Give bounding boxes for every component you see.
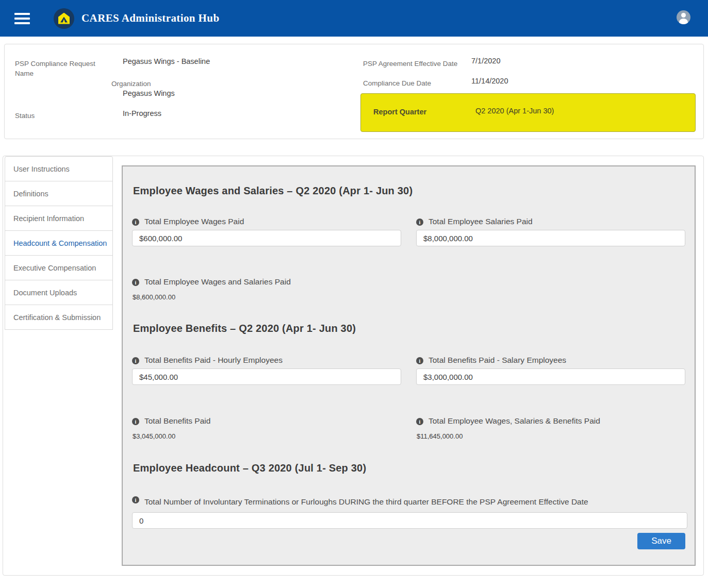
info-icon[interactable]: i (416, 219, 423, 226)
benefits-hourly-label-row: i Total Benefits Paid - Hourly Employees (132, 356, 401, 365)
report-quarter-highlight: Report Quarter Q2 2020 (Apr 1-Jun 30) (360, 93, 696, 132)
salaries-paid-label-row: i Total Employee Salaries Paid (416, 217, 685, 226)
benefits-total-label-row: i Total Benefits Paid (132, 416, 401, 426)
tab-headcount-compensation[interactable]: Headcount & Compensation (5, 230, 113, 256)
save-button[interactable]: Save (637, 533, 685, 549)
section-heading-wages-salaries: Employee Wages and Salaries – Q2 2020 (A… (133, 185, 685, 197)
info-icon[interactable]: i (132, 279, 139, 286)
status-value: In-Progress (123, 109, 161, 117)
wages-salaries-total-label-row: i Total Employee Wages and Salaries Paid (132, 277, 685, 287)
effective-date-label: PSP Agreement Effective Date (363, 59, 457, 69)
wages-paid-label-row: i Total Employee Wages Paid (132, 217, 401, 226)
info-icon[interactable]: i (416, 357, 423, 364)
section-heading-headcount: Employee Headcount – Q3 2020 (Jul 1- Sep… (133, 462, 685, 474)
app-logo-shield-chevron-icon (54, 8, 74, 29)
tab-executive-compensation[interactable]: Executive Compensation (5, 255, 113, 280)
report-quarter-value: Q2 2020 (Apr 1-Jun 30) (475, 107, 554, 115)
benefits-salary-input[interactable] (416, 368, 685, 385)
request-name-label: PSP Compliance Request Name (15, 59, 97, 78)
grand-total-label-row: i Total Employee Wages, Salaries & Benef… (416, 416, 685, 426)
app-header: CARES Administration Hub (0, 0, 708, 37)
headcount-compensation-form: Employee Wages and Salaries – Q2 2020 (A… (122, 165, 696, 566)
terminations-label-row: i Total Number of Involuntary Terminatio… (132, 495, 687, 509)
salaries-paid-label: Total Employee Salaries Paid (429, 217, 533, 226)
effective-date-value: 7/1/2020 (471, 57, 500, 65)
compliance-summary-card: PSP Compliance Request Name Pegasus Wing… (4, 44, 704, 139)
info-icon[interactable]: i (132, 496, 139, 503)
terminations-label: Total Number of Involuntary Terminations… (144, 495, 588, 509)
tab-recipient-information[interactable]: Recipient Information (5, 206, 113, 231)
request-name-value: Pegasus Wings - Baseline (123, 57, 210, 65)
info-icon[interactable]: i (132, 357, 139, 364)
content-card: User Instructions Definitions Recipient … (3, 156, 704, 576)
benefits-salary-label-row: i Total Benefits Paid - Salary Employees (416, 356, 685, 365)
app-root: CARES Administration Hub PSP Compliance … (0, 0, 708, 588)
due-date-value: 11/14/2020 (471, 77, 508, 85)
info-icon[interactable]: i (132, 418, 139, 425)
grand-total-value: $11,645,000.00 (417, 432, 685, 440)
benefits-hourly-input[interactable] (132, 368, 401, 385)
wages-paid-label: Total Employee Wages Paid (144, 217, 244, 226)
grand-total-label: Total Employee Wages, Salaries & Benefit… (429, 416, 600, 426)
report-quarter-label: Report Quarter (373, 108, 426, 116)
due-date-label: Compliance Due Date (363, 78, 431, 88)
tab-user-instructions[interactable]: User Instructions (5, 156, 113, 181)
app-title: CARES Administration Hub (81, 12, 220, 25)
section-heading-benefits: Employee Benefits – Q2 2020 (Apr 1- Jun … (133, 323, 685, 334)
info-icon[interactable]: i (132, 219, 139, 226)
benefits-hourly-label: Total Benefits Paid - Hourly Employees (144, 356, 283, 365)
terminations-input[interactable] (132, 512, 687, 529)
organization-label: Organization (111, 79, 151, 89)
info-icon[interactable]: i (416, 418, 423, 425)
wages-paid-input[interactable] (132, 230, 401, 246)
hamburger-menu-icon[interactable] (14, 13, 30, 24)
salaries-paid-input[interactable] (416, 230, 685, 246)
tab-document-uploads[interactable]: Document Uploads (5, 280, 113, 305)
benefits-total-label: Total Benefits Paid (144, 416, 210, 426)
tab-certification-submission[interactable]: Certification & Submission (5, 305, 113, 330)
status-label: Status (15, 111, 35, 121)
user-avatar-person-icon[interactable] (677, 10, 690, 24)
wages-salaries-total-label: Total Employee Wages and Salaries Paid (144, 277, 291, 287)
wages-salaries-total-value: $8,600,000.00 (133, 293, 685, 301)
tab-definitions[interactable]: Definitions (5, 181, 113, 206)
benefits-salary-label: Total Benefits Paid - Salary Employees (429, 356, 566, 365)
organization-value: Pegasus Wings (123, 89, 175, 97)
section-tab-list: User Instructions Definitions Recipient … (5, 156, 113, 330)
benefits-total-value: $3,045,000.00 (133, 432, 401, 440)
